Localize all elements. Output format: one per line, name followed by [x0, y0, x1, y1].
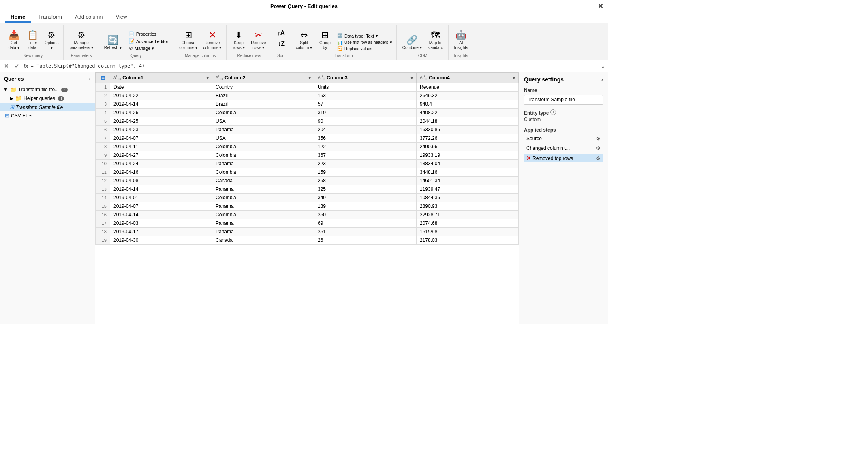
cell-col3[interactable]: 223	[314, 160, 417, 168]
cell-col3[interactable]: 258	[314, 177, 417, 185]
column-header-2[interactable]: ABC Column2 ▾	[212, 73, 314, 83]
get-data-button[interactable]: 📥 Getdata ▾	[5, 29, 23, 52]
step-source[interactable]: Source ⚙	[524, 134, 603, 143]
tab-add-column[interactable]: Add column	[69, 11, 109, 23]
cell-col2[interactable]: Panama	[212, 126, 314, 134]
cell-col2[interactable]: Colombia	[212, 151, 314, 160]
cell-col3[interactable]: 69	[314, 219, 417, 228]
table-row[interactable]: 182019-04-17Panama36116159.8	[96, 228, 519, 236]
column-header-1[interactable]: ABC Column1 ▾	[110, 73, 212, 83]
sort-ascending-button[interactable]: ↑A	[274, 29, 287, 38]
table-row[interactable]: 112019-04-16Colombia1593448.16	[96, 168, 519, 177]
sort-descending-button[interactable]: ↓Z	[275, 39, 287, 48]
cell-col4[interactable]: 2890.93	[417, 202, 519, 211]
table-row[interactable]: 52019-04-25USA902044.18	[96, 117, 519, 126]
cell-col4[interactable]: 2074.68	[417, 219, 519, 228]
properties-button[interactable]: 📄 Properties	[126, 30, 171, 37]
table-row[interactable]: 62019-04-23Panama20416330.85	[96, 126, 519, 134]
formula-confirm-button[interactable]: ✓	[13, 62, 21, 70]
ai-insights-button[interactable]: 🤖 AIInsights	[452, 29, 470, 52]
query-item-helper-queries[interactable]: ▶ 📁 Helper queries 3	[0, 94, 95, 103]
step-remove-icon[interactable]: ✕	[526, 155, 531, 161]
cell-col4[interactable]: Revenue	[417, 83, 519, 92]
col3-filter-button[interactable]: ▾	[410, 75, 413, 81]
cell-col2[interactable]: Colombia	[212, 194, 314, 202]
tab-view[interactable]: View	[110, 11, 133, 23]
cell-col1[interactable]: 2019-04-07	[110, 134, 212, 143]
cell-col4[interactable]: 2490.96	[417, 143, 519, 151]
step-removed-top-rows[interactable]: ✕ Removed top rows ⚙	[524, 154, 603, 162]
cell-col4[interactable]: 13834.04	[417, 160, 519, 168]
keep-rows-button[interactable]: ⬇ Keeprows ▾	[230, 29, 248, 52]
table-row[interactable]: 142019-04-01Colombia34910844.36	[96, 194, 519, 202]
cell-col4[interactable]: 14601.34	[417, 177, 519, 185]
table-row[interactable]: 122019-04-08Canada25814601.34	[96, 177, 519, 185]
cell-col3[interactable]: 325	[314, 185, 417, 194]
cell-col3[interactable]: 349	[314, 194, 417, 202]
cell-col2[interactable]: Country	[212, 83, 314, 92]
cell-col2[interactable]: Brazil	[212, 92, 314, 100]
cell-col3[interactable]: 159	[314, 168, 417, 177]
cell-col4[interactable]: 3448.16	[417, 168, 519, 177]
cell-col2[interactable]: Panama	[212, 228, 314, 236]
cell-col4[interactable]: 16330.85	[417, 126, 519, 134]
table-row[interactable]: 72019-04-07USA3563772.26	[96, 134, 519, 143]
cell-col4[interactable]: 11939.47	[417, 185, 519, 194]
cell-col1[interactable]: 2019-04-14	[110, 211, 212, 219]
cell-col1[interactable]: 2019-04-22	[110, 92, 212, 100]
cell-col3[interactable]: 57	[314, 100, 417, 109]
query-item-transform-sample[interactable]: ⊞ Transform Sample file	[0, 103, 95, 111]
table-row[interactable]: 1DateCountryUnitsRevenue	[96, 83, 519, 92]
table-row[interactable]: 92019-04-27Colombia36719933.19	[96, 151, 519, 160]
cell-col3[interactable]: 90	[314, 117, 417, 126]
cell-col1[interactable]: 2019-04-03	[110, 219, 212, 228]
table-row[interactable]: 162019-04-14Colombia36022928.71	[96, 211, 519, 219]
cell-col2[interactable]: Panama	[212, 219, 314, 228]
use-first-row-button[interactable]: 📊 Use first row as headers ▾	[336, 39, 394, 45]
cell-col3[interactable]: Units	[314, 83, 417, 92]
step-changed-column-gear[interactable]: ⚙	[596, 145, 601, 151]
cell-col2[interactable]: Colombia	[212, 211, 314, 219]
combine-button[interactable]: 🔗 Combine ▾	[400, 34, 424, 52]
cell-col1[interactable]: 2019-04-25	[110, 117, 212, 126]
split-column-button[interactable]: ⇔ Splitcolumn ▾	[293, 29, 314, 52]
cell-col1[interactable]: 2019-04-16	[110, 168, 212, 177]
table-row[interactable]: 32019-04-14Brazil57940.4	[96, 100, 519, 109]
cell-col1[interactable]: 2019-04-08	[110, 177, 212, 185]
cell-col1[interactable]: 2019-04-14	[110, 185, 212, 194]
cell-col3[interactable]: 361	[314, 228, 417, 236]
cell-col3[interactable]: 153	[314, 92, 417, 100]
table-row[interactable]: 42019-04-26Colombia3104408.22	[96, 109, 519, 117]
cell-col2[interactable]: Colombia	[212, 143, 314, 151]
step-source-gear[interactable]: ⚙	[596, 136, 601, 141]
col1-filter-button[interactable]: ▾	[206, 75, 209, 81]
col4-filter-button[interactable]: ▾	[513, 75, 515, 81]
cell-col1[interactable]: 2019-04-11	[110, 143, 212, 151]
cell-col2[interactable]: USA	[212, 117, 314, 126]
options-button[interactable]: ⚙ Options▾	[42, 29, 61, 52]
cell-col4[interactable]: 22928.71	[417, 211, 519, 219]
cell-col3[interactable]: 139	[314, 202, 417, 211]
manage-parameters-button[interactable]: ⚙ Manageparameters ▾	[67, 29, 95, 52]
cell-col3[interactable]: 310	[314, 109, 417, 117]
col2-filter-button[interactable]: ▾	[308, 75, 311, 81]
remove-columns-button[interactable]: ✕ Removecolumns ▾	[201, 29, 224, 52]
column-header-4[interactable]: ABC Column4 ▾	[417, 73, 519, 83]
cell-col2[interactable]: Colombia	[212, 109, 314, 117]
table-row[interactable]: 82019-04-11Colombia1222490.96	[96, 143, 519, 151]
step-removed-top-rows-gear[interactable]: ⚙	[596, 156, 601, 161]
data-type-selector[interactable]: 🔤 Data type: Text ▾	[336, 33, 394, 39]
remove-rows-button[interactable]: ✂ Removerows ▾	[248, 29, 268, 52]
cell-col4[interactable]: 2044.18	[417, 117, 519, 126]
cell-col2[interactable]: Colombia	[212, 168, 314, 177]
table-row[interactable]: 102019-04-24Panama22313834.04	[96, 160, 519, 168]
cell-col3[interactable]: 122	[314, 143, 417, 151]
cell-col4[interactable]: 19933.19	[417, 151, 519, 160]
table-row[interactable]: 172019-04-03Panama692074.68	[96, 219, 519, 228]
cell-col1[interactable]: 2019-04-23	[110, 126, 212, 134]
cell-col3[interactable]: 367	[314, 151, 417, 160]
tab-home[interactable]: Home	[5, 11, 31, 23]
manage-button[interactable]: ⚙ Manage ▾	[126, 45, 171, 52]
formula-input[interactable]: = Table.Skip(#"Changed column type", 4)	[31, 63, 598, 69]
choose-columns-button[interactable]: ⊞ Choosecolumns ▾	[177, 29, 200, 52]
